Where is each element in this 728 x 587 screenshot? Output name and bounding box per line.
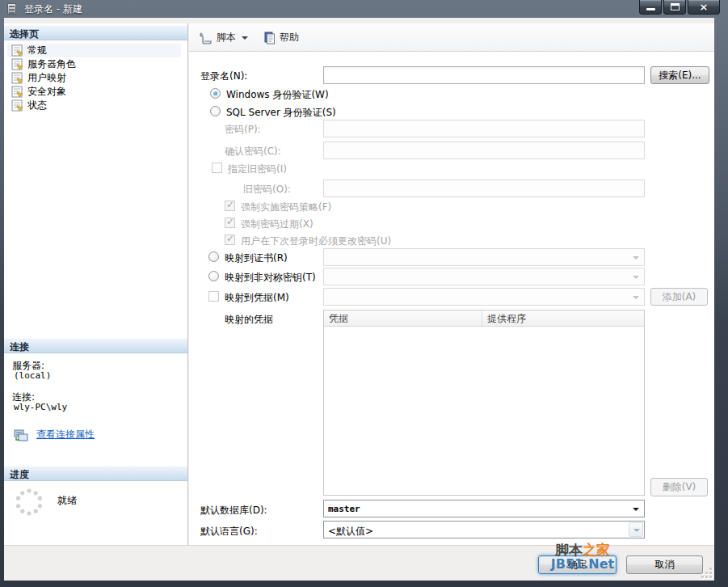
window-title: 登录名 - 新建 [24, 2, 82, 16]
dropdown-arrow-icon [633, 276, 639, 279]
chevron-down-icon [242, 36, 248, 40]
default-lang-value: <默认值> [328, 525, 373, 538]
dialog-body: 选择页 常规 服务器角色 用户映射 安全对象 状态 连接 服务 [4, 18, 714, 581]
password-label: 密码(P): [225, 123, 261, 137]
connection-header: 连接 [4, 338, 187, 353]
dropdown-arrow-icon [633, 529, 640, 532]
enforce-policy-checkbox: ✓ [225, 201, 235, 211]
cancel-button[interactable]: 取消 [626, 555, 703, 574]
login-name-input[interactable] [323, 66, 645, 84]
help-label: 帮助 [280, 31, 299, 44]
provider-column-header[interactable]: 提供程序 [482, 310, 526, 326]
page-icon [11, 44, 23, 57]
dropdown-button[interactable] [629, 522, 643, 537]
script-icon [199, 32, 213, 44]
credential-column-header[interactable]: 凭据 [324, 310, 482, 326]
dropdown-arrow-icon [633, 256, 639, 260]
enforce-policy-label: 强制实施密码策略(F) [241, 201, 331, 214]
connection-properties-icon [14, 429, 28, 441]
sidebar-item-general[interactable]: 常规 [7, 44, 181, 57]
windows-auth-label: Windows 身份验证(W) [226, 88, 329, 102]
connection-value: wly-PC\wly [14, 402, 67, 412]
view-connection-properties-row: 查看连接属性 [14, 428, 95, 441]
default-lang-label: 默认语言(G): [200, 525, 258, 538]
maximize-icon [671, 3, 680, 11]
sidebar-item-securables[interactable]: 安全对象 [7, 85, 181, 99]
sidebar-item-label: 用户映射 [27, 71, 66, 85]
certificate-combobox [323, 248, 645, 266]
asym-key-combobox [323, 268, 645, 285]
map-credential-checkbox[interactable] [208, 291, 219, 302]
script-label: 脚本 [217, 31, 236, 44]
map-credential-label: 映射到凭据(M) [225, 291, 289, 305]
dropdown-arrow-icon [633, 296, 639, 299]
login-new-dialog: 登录名 - 新建 × 选择页 常规 服务器角色 用户映射 [0, 0, 728, 587]
default-db-label: 默认数据库(D): [200, 504, 267, 517]
sidebar-item-label: 状态 [27, 99, 47, 112]
old-password-input [323, 179, 645, 197]
script-button[interactable]: 脚本 [196, 29, 251, 46]
sql-auth-radio[interactable] [210, 106, 221, 116]
map-asym-key-label: 映射到非对称密钥(T) [225, 271, 316, 285]
must-change-label: 用户在下次登录时必须更改密码(U) [241, 234, 391, 248]
view-connection-properties-link[interactable]: 查看连接属性 [36, 428, 95, 441]
table-header-row: 凭据 提供程序 [324, 310, 644, 327]
help-button[interactable]: 帮助 [260, 29, 302, 46]
enforce-expiration-checkbox: ✓ [225, 217, 235, 228]
login-name-label: 登录名(N): [200, 70, 247, 83]
dropdown-arrow-icon [633, 508, 639, 511]
maximize-button[interactable] [663, 0, 686, 15]
must-change-checkbox: ✓ [225, 234, 235, 245]
add-button: 添加(A) [650, 288, 708, 306]
password-input [323, 120, 645, 137]
page-icon [11, 86, 23, 98]
progress-spinner-icon [14, 487, 44, 517]
default-lang-combobox[interactable]: <默认值> [323, 521, 645, 538]
check-icon: ✓ [226, 216, 234, 227]
enforce-expiration-label: 强制密码过期(X) [241, 217, 314, 231]
mapped-credentials-table[interactable]: 凭据 提供程序 [323, 310, 645, 496]
minimize-icon [646, 8, 655, 11]
window-controls: × [639, 0, 720, 15]
sidebar-item-server-roles[interactable]: 服务器角色 [7, 57, 181, 71]
progress-status: 就绪 [57, 494, 77, 508]
old-password-label: 旧密码(O): [243, 183, 291, 196]
close-button[interactable]: × [688, 0, 720, 15]
app-icon [7, 3, 16, 15]
confirm-password-input [323, 141, 645, 159]
ok-button[interactable]: 确定 [538, 555, 616, 574]
toolbar: 脚本 帮助 [189, 23, 714, 52]
sql-auth-label: SQL Server 身份验证(S) [226, 106, 336, 120]
specify-old-password-label: 指定旧密码(I) [228, 163, 287, 176]
sidebar-item-label: 服务器角色 [27, 57, 76, 71]
delete-button: 删除(V) [650, 478, 708, 496]
default-db-combobox[interactable]: master [323, 500, 645, 517]
page-icon [11, 72, 23, 84]
check-icon: ✓ [226, 199, 234, 210]
sidebar-item-label: 安全对象 [27, 85, 66, 99]
help-icon [263, 32, 276, 44]
default-db-value: master [328, 504, 360, 514]
specify-old-password-checkbox [212, 163, 222, 173]
general-page-form: 登录名(N): 搜索(E)... Windows 身份验证(W) SQL Ser… [189, 53, 714, 545]
close-icon: × [688, 0, 719, 14]
resize-grip[interactable] [701, 568, 712, 578]
sidebar-item-status[interactable]: 状态 [7, 99, 181, 112]
minimize-button[interactable] [639, 0, 662, 15]
main-panel: 脚本 帮助 登录名(N): 搜索 [189, 23, 714, 545]
map-certificate-radio[interactable] [208, 251, 219, 262]
select-page-header: 选择页 [4, 25, 187, 40]
search-button[interactable]: 搜索(E)... [650, 66, 709, 84]
progress-header: 进度 [4, 466, 187, 481]
page-icon [11, 58, 23, 70]
sidebar: 选择页 常规 服务器角色 用户映射 安全对象 状态 连接 服务 [4, 23, 188, 545]
map-certificate-label: 映射到证书(R) [225, 251, 288, 265]
title-bar[interactable]: 登录名 - 新建 × [0, 0, 728, 18]
footer-bar: 确定 取消 [4, 545, 714, 581]
page-icon [11, 99, 23, 112]
map-asym-key-radio[interactable] [208, 271, 219, 281]
sidebar-item-user-mapping[interactable]: 用户映射 [7, 71, 181, 85]
credential-combobox [323, 288, 645, 306]
windows-auth-radio[interactable] [210, 88, 221, 99]
check-icon: ✓ [226, 233, 234, 244]
